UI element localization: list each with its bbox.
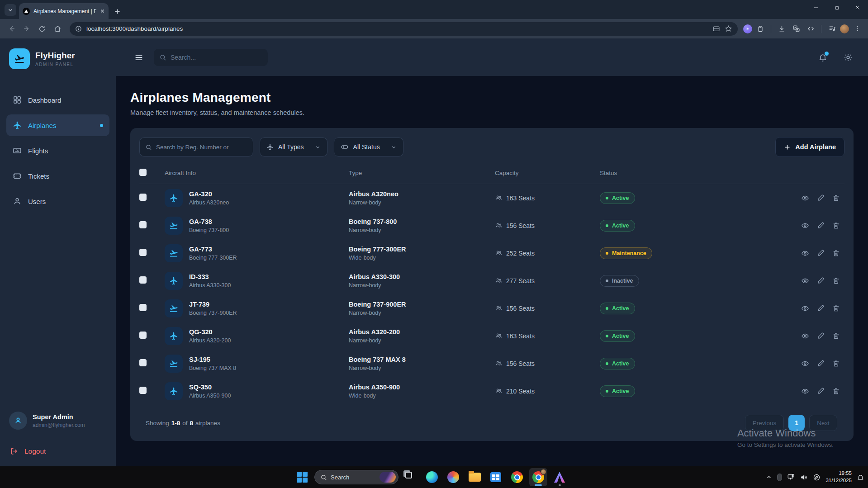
sidebar-item-users[interactable]: Users [6,190,109,212]
browser-profile-avatar[interactable] [840,24,849,33]
chrome-active-button[interactable] [529,468,547,486]
delete-icon[interactable] [832,332,840,340]
sidebar-item-dashboard[interactable]: Dashboard [6,89,109,111]
type-filter-value: All Types [278,143,304,151]
sidebar-item-flights[interactable]: Flights [6,140,109,161]
address-bar[interactable]: localhost:3000/dashboard/airplanes [70,22,738,36]
notification-center-bell-icon[interactable]: z [857,474,864,481]
status-filter-value: All Status [353,143,380,151]
view-icon[interactable] [801,194,809,202]
bookmark-star-icon[interactable] [725,25,732,33]
delete-icon[interactable] [832,277,840,285]
url-text: localhost:3000/dashboard/airplanes [86,25,183,32]
row-checkbox[interactable] [139,276,147,284]
capacity-people-icon [495,277,503,284]
logout-button[interactable]: Logout [9,445,107,457]
minimize-button[interactable] [806,0,826,15]
pinned-app-button[interactable] [550,468,569,486]
new-tab-button[interactable] [114,8,121,15]
delete-icon[interactable] [832,249,840,257]
delete-icon[interactable] [832,360,840,368]
reading-list-icon[interactable] [825,23,838,35]
row-checkbox[interactable] [139,221,147,228]
table-row: SJ-195 Boeing 737 MAX 8 Boeing 737 MAX 8… [139,350,844,377]
status-filter-dropdown[interactable]: All Status [334,137,403,156]
menu-toggle-icon[interactable] [134,52,144,62]
edit-icon[interactable] [817,387,825,395]
reload-icon[interactable] [35,22,49,36]
view-icon[interactable] [801,249,809,257]
adblock-extension-icon[interactable]: ✶ [743,24,752,33]
volume-icon[interactable] [800,474,808,481]
translate-icon[interactable] [790,23,802,35]
view-icon[interactable] [801,387,809,395]
site-info-icon[interactable] [75,25,82,32]
users-icon [13,197,22,206]
type-filter-dropdown[interactable]: All Types [260,137,327,156]
view-icon[interactable] [801,360,809,368]
global-search-input[interactable] [171,54,262,61]
taskbar-clock[interactable]: 19:55 31/12/2025 [825,470,852,484]
edge-button[interactable] [423,468,441,486]
delete-icon[interactable] [832,222,840,230]
clipboard-extension-icon[interactable] [754,23,767,35]
payment-card-icon[interactable] [712,25,720,33]
global-search[interactable] [154,49,268,66]
back-icon[interactable] [5,22,18,36]
current-page-button[interactable]: 1 [788,415,805,431]
notifications-button[interactable] [818,53,827,62]
edit-icon[interactable] [817,332,825,340]
edit-icon[interactable] [817,304,825,313]
row-checkbox[interactable] [139,194,147,201]
mouse-tray-icon[interactable] [777,474,782,481]
delete-icon[interactable] [832,304,840,313]
search-highlight-image[interactable] [379,472,396,483]
delete-icon[interactable] [832,387,840,395]
tray-chevron-up-icon[interactable] [766,474,772,480]
battery-saver-icon[interactable] [813,474,821,481]
table-search-input[interactable] [156,144,247,151]
next-page-button[interactable]: Next [809,415,837,431]
sidebar-item-airplanes[interactable]: Airplanes [6,114,109,136]
sidebar-item-tickets[interactable]: Tickets [6,165,109,187]
browser-tab[interactable]: Airplanes Management | FlyHig [19,3,109,19]
microsoft-store-button[interactable] [487,468,505,486]
tab-search-button[interactable] [5,4,16,16]
row-checkbox[interactable] [139,304,147,311]
add-airplane-button[interactable]: Add Airplane [775,137,844,157]
table-search[interactable] [139,137,253,156]
maximize-button[interactable] [826,0,847,15]
row-checkbox[interactable] [139,332,147,339]
view-icon[interactable] [801,332,809,340]
row-checkbox[interactable] [139,387,147,394]
theme-toggle-sun-icon[interactable] [844,53,853,62]
delete-icon[interactable] [832,194,840,202]
row-checkbox[interactable] [139,249,147,256]
edit-icon[interactable] [817,222,825,230]
start-button[interactable] [293,468,311,486]
view-icon[interactable] [801,304,809,313]
select-all-checkbox[interactable] [139,169,147,176]
browser-menu-icon[interactable] [851,23,863,35]
row-checkbox[interactable] [139,359,147,366]
previous-page-button[interactable]: Previous [745,415,784,431]
chrome-button[interactable] [508,468,526,486]
home-icon[interactable] [51,22,64,36]
downloads-icon[interactable] [775,23,788,35]
tab-close-icon[interactable] [100,9,105,14]
view-icon[interactable] [801,222,809,230]
forward-icon[interactable] [20,22,33,36]
display-device-icon[interactable] [787,473,795,481]
edit-icon[interactable] [817,360,825,368]
copilot-button[interactable] [444,468,462,486]
edit-icon[interactable] [817,277,825,285]
edit-icon[interactable] [817,194,825,202]
devtools-code-icon[interactable] [804,23,817,35]
file-explorer-button[interactable] [465,468,484,486]
edit-icon[interactable] [817,249,825,257]
close-button[interactable] [847,0,868,15]
view-icon[interactable] [801,277,809,285]
taskbar-search[interactable]: Search [314,470,398,484]
task-view-button[interactable] [402,468,420,486]
aircraft-type-icon [165,327,183,345]
